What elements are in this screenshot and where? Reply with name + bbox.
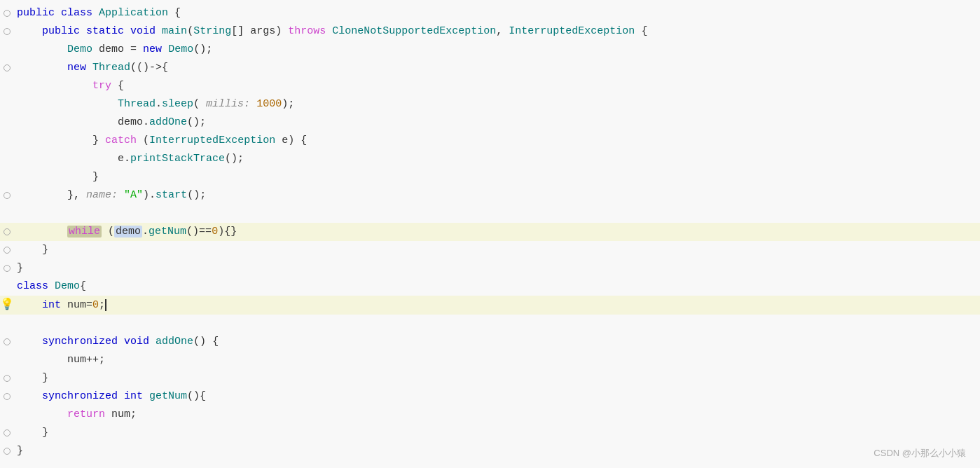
breakpoint-11[interactable] xyxy=(4,192,11,199)
line-content-18 xyxy=(14,315,980,333)
breakpoint-2[interactable] xyxy=(4,28,11,35)
code-line-13: while (demo.getNum()==0){} xyxy=(0,223,980,241)
code-line-15: } xyxy=(0,259,980,277)
gutter-11 xyxy=(0,192,14,199)
code-line-25: } xyxy=(0,442,980,460)
gutter-19 xyxy=(0,338,14,345)
code-line-20: num++; xyxy=(0,351,980,369)
code-editor: public class Application { public static… xyxy=(0,0,980,468)
code-line-16: class Demo{ xyxy=(0,277,980,296)
code-line-17: 💡 int num=0;​ xyxy=(0,296,980,315)
code-line-14: } xyxy=(0,241,980,259)
line-content-20: num++; xyxy=(14,351,980,369)
code-line-8: } catch (InterruptedException e) { xyxy=(0,132,980,150)
code-line-19: synchronized void addOne() { xyxy=(0,333,980,351)
line-content-10: } xyxy=(14,168,980,186)
code-line-11: }, name: "A").start(); xyxy=(0,186,980,205)
line-content-3: Demo demo = new Demo(); xyxy=(14,41,980,59)
breakpoint-22[interactable] xyxy=(4,393,11,400)
gutter-25 xyxy=(0,448,14,455)
line-content-7: demo.addOne(); xyxy=(14,113,980,132)
gutter-17: 💡 xyxy=(0,296,14,315)
code-line-3: Demo demo = new Demo(); xyxy=(0,41,980,59)
code-line-5: try { xyxy=(0,77,980,95)
code-line-22: synchronized int getNum(){ xyxy=(0,387,980,406)
bulb-icon-17[interactable]: 💡 xyxy=(0,296,14,315)
line-content-23: return num; xyxy=(14,406,980,424)
breakpoint-1[interactable] xyxy=(4,10,11,17)
line-content-17: int num=0;​ xyxy=(14,296,980,315)
line-content-2: public static void main(String[] args) t… xyxy=(14,22,980,41)
gutter-21 xyxy=(0,375,14,382)
line-content-11: }, name: "A").start(); xyxy=(14,186,980,205)
gutter-24 xyxy=(0,429,14,436)
watermark: CSDN @小那么小小猿 xyxy=(874,446,966,461)
code-line-6: Thread.sleep( millis: 1000); xyxy=(0,95,980,113)
code-line-4: new Thread(()->{ xyxy=(0,59,980,77)
gutter-14 xyxy=(0,247,14,254)
gutter-1 xyxy=(0,10,14,17)
breakpoint-25[interactable] xyxy=(4,448,11,455)
gutter-22 xyxy=(0,393,14,400)
line-content-25: } xyxy=(14,442,980,460)
breakpoint-19[interactable] xyxy=(4,338,11,345)
code-line-18 xyxy=(0,315,980,333)
gutter-15 xyxy=(0,265,14,272)
line-content-14: } xyxy=(14,241,980,259)
code-line-23: return num; xyxy=(0,406,980,424)
breakpoint-13[interactable] xyxy=(4,228,11,235)
line-content-16: class Demo{ xyxy=(14,277,980,296)
breakpoint-14[interactable] xyxy=(4,247,11,254)
line-content-19: synchronized void addOne() { xyxy=(14,333,980,351)
line-content-8: } catch (InterruptedException e) { xyxy=(14,132,980,150)
code-line-2: public static void main(String[] args) t… xyxy=(0,22,980,41)
code-line-24: } xyxy=(0,424,980,442)
line-content-4: new Thread(()->{ xyxy=(14,59,980,77)
line-content-12 xyxy=(14,205,980,223)
line-content-22: synchronized int getNum(){ xyxy=(14,387,980,406)
line-content-6: Thread.sleep( millis: 1000); xyxy=(14,95,980,113)
gutter-2 xyxy=(0,28,14,35)
breakpoint-4[interactable] xyxy=(4,64,11,71)
line-content-24: } xyxy=(14,424,980,442)
line-content-9: e.printStackTrace(); xyxy=(14,150,980,168)
code-line-10: } xyxy=(0,168,980,186)
breakpoint-24[interactable] xyxy=(4,429,11,436)
code-line-1: public class Application { xyxy=(0,4,980,22)
line-content-5: try { xyxy=(14,77,980,95)
code-line-21: } xyxy=(0,369,980,387)
line-content-1: public class Application { xyxy=(14,4,980,22)
breakpoint-21[interactable] xyxy=(4,375,11,382)
breakpoint-15[interactable] xyxy=(4,265,11,272)
code-line-9: e.printStackTrace(); xyxy=(0,150,980,168)
line-content-13: while (demo.getNum()==0){} xyxy=(14,223,980,241)
gutter-4 xyxy=(0,64,14,71)
code-line-7: demo.addOne(); xyxy=(0,113,980,132)
line-content-15: } xyxy=(14,259,980,277)
code-line-12 xyxy=(0,205,980,223)
gutter-13 xyxy=(0,228,14,235)
line-content-21: } xyxy=(14,369,980,387)
